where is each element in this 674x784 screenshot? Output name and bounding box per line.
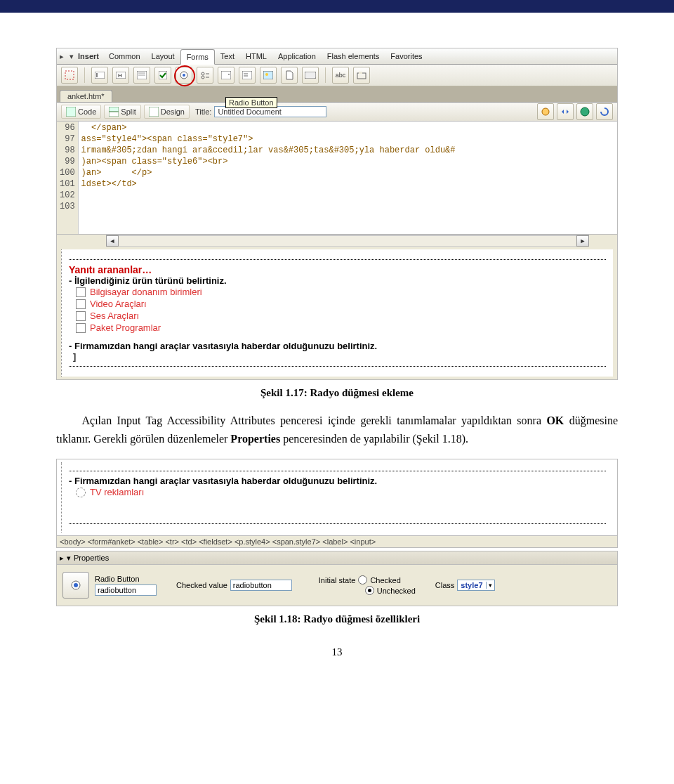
figure-1: ▸ ▾ Insert Common Layout Forms Text HTML… — [56, 48, 618, 380]
radio-group-icon[interactable] — [197, 67, 213, 84]
image-field-icon[interactable] — [260, 67, 277, 84]
tab-html[interactable]: HTML — [240, 49, 272, 63]
separator — [325, 67, 326, 83]
svg-point-20 — [265, 73, 268, 76]
svg-rect-19 — [263, 71, 273, 79]
design-pane[interactable]: Yanıtı arananlar… - İlgilendiğiniz ürün … — [61, 249, 613, 377]
line-number: 96 — [60, 123, 75, 134]
checked-value-input[interactable]: radiobutton — [230, 580, 292, 591]
line-number: 97 — [60, 134, 75, 145]
document-tab[interactable]: anket.htm* — [60, 90, 112, 102]
svg-point-28 — [542, 108, 549, 115]
button-icon[interactable] — [302, 67, 319, 84]
figure-2: - Firmamızdan hangi araçlar vasıtasıyla … — [56, 459, 618, 548]
tag-selector[interactable]: <body> <form#anket> <table> <tr> <td> <f… — [57, 535, 617, 547]
chevron-down-icon[interactable]: ▾ — [486, 582, 494, 589]
textarea-icon[interactable] — [133, 67, 150, 84]
radio-button-icon[interactable] — [176, 67, 192, 84]
scroll-left-icon[interactable]: ◄ — [106, 235, 119, 247]
refresh-icon[interactable] — [596, 103, 613, 120]
insert-tabs: Common Layout Forms Text HTML Applicatio… — [103, 48, 428, 64]
svg-rect-21 — [305, 72, 316, 79]
question-2: - Firmamızdan hangi araçlar vasıtasıyla … — [69, 341, 606, 351]
tab-common[interactable]: Common — [103, 49, 146, 63]
tab-favorites[interactable]: Favorites — [385, 49, 428, 63]
server-debug-icon[interactable] — [537, 103, 554, 120]
collapse-icon[interactable]: ▾ — [67, 48, 77, 64]
option-row: Video Araçları — [69, 298, 606, 310]
scroll-track[interactable] — [119, 235, 576, 247]
file-field-icon[interactable] — [281, 67, 298, 84]
element-type-label: Radio Button — [95, 575, 140, 583]
tab-forms[interactable]: Forms — [180, 49, 215, 65]
tab-flash-elements[interactable]: Flash elements — [322, 49, 385, 63]
tab-layout[interactable]: Layout — [146, 49, 180, 63]
class-label: Class — [435, 581, 455, 589]
code-line — [81, 202, 614, 213]
preview-icon[interactable] — [576, 103, 593, 120]
h-scrollbar[interactable]: ◄ ► — [106, 235, 589, 247]
option-row: Ses Araçları — [69, 310, 606, 322]
option-label: Ses Araçları — [90, 311, 139, 321]
code-line: </span> — [81, 123, 614, 134]
class-combo[interactable]: style7▾ — [457, 580, 494, 591]
text-bold: OK — [546, 414, 564, 426]
view-toolbar: Code Split Design Title: Untitled Docume… — [57, 103, 617, 122]
radio-icon[interactable] — [76, 488, 86, 497]
checkbox-icon[interactable] — [76, 311, 86, 321]
page-number: 13 — [56, 646, 618, 658]
option-label: Paket Programlar — [90, 322, 161, 333]
svg-rect-0 — [65, 71, 74, 79]
design-view-button[interactable]: Design — [144, 105, 190, 119]
checkbox-icon[interactable] — [76, 287, 86, 297]
forms-toolbar: H abc — [57, 65, 617, 86]
code-line: )an><span class="style6"><br> — [81, 157, 614, 168]
svg-point-11 — [201, 72, 204, 75]
text-bold: Properties — [230, 433, 280, 445]
checkbox-icon[interactable] — [154, 67, 171, 84]
form-icon[interactable] — [61, 67, 78, 84]
split-label: Split — [121, 107, 136, 116]
code-line — [81, 190, 614, 202]
svg-point-12 — [201, 76, 204, 79]
expand-icon[interactable]: ▾ — [67, 554, 71, 563]
radio-checked[interactable] — [358, 575, 367, 584]
checkbox-icon[interactable] — [76, 323, 86, 333]
unchecked-label: Unchecked — [377, 587, 416, 595]
checkbox-icon[interactable] — [76, 299, 86, 309]
svg-point-31 — [74, 583, 78, 587]
split-view-button[interactable]: Split — [104, 105, 140, 119]
svg-rect-23 — [359, 72, 362, 74]
scroll-right-icon[interactable]: ► — [576, 235, 589, 247]
checked-label: Checked — [370, 576, 400, 584]
label-icon[interactable]: abc — [332, 67, 349, 84]
code-pane[interactable]: 96 97 98 99 100 101 102 103 </span> ass=… — [57, 122, 617, 235]
code-line: irmam&#305;zdan hangi ara&ccedil;lar vas… — [81, 145, 614, 157]
code-view-button[interactable]: Code — [61, 105, 101, 119]
radio-unchecked[interactable] — [365, 586, 374, 595]
list-menu-icon[interactable] — [218, 67, 234, 84]
svg-rect-26 — [109, 112, 119, 117]
option-label: Bilgisayar donanım birimleri — [90, 287, 202, 297]
hidden-field-icon[interactable]: H — [112, 67, 129, 84]
option-label: Video Araçları — [90, 299, 147, 309]
live-data-icon[interactable] — [557, 103, 574, 120]
fieldset-icon[interactable] — [353, 67, 370, 84]
code-label: Code — [78, 107, 96, 116]
tab-application[interactable]: Application — [272, 49, 322, 63]
tab-text[interactable]: Text — [215, 49, 240, 63]
question-2b: - Firmamızdan hangi araçlar vasıtasıyla … — [69, 476, 606, 486]
svg-rect-22 — [357, 73, 366, 79]
name-input[interactable]: radiobutton — [95, 584, 157, 596]
svg-rect-8 — [159, 71, 167, 79]
insert-label: Insert — [77, 52, 103, 60]
properties-panel: ▸ ▾ Properties Radio Button radiobutton … — [56, 551, 618, 606]
line-number: 101 — [60, 179, 75, 190]
text-field-icon[interactable] — [91, 67, 108, 84]
jump-menu-icon[interactable] — [239, 67, 256, 84]
figure-2-caption: Şekil 1.18: Radyo düğmesi özellikleri — [56, 613, 618, 625]
line-number: 100 — [60, 168, 75, 179]
svg-rect-27 — [149, 107, 159, 117]
collapse-icon[interactable]: ▸ — [60, 554, 64, 563]
expand-icon[interactable]: ▸ — [57, 48, 67, 64]
